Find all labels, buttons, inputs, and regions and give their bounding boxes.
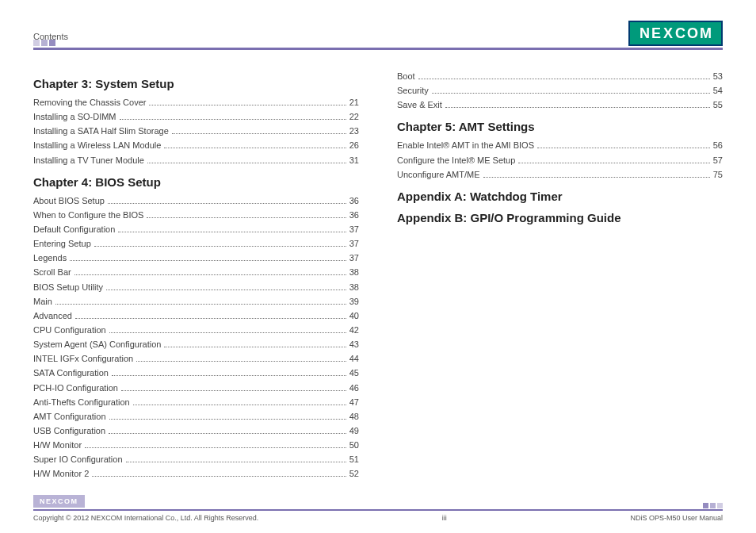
- toc-entry-leader: [164, 148, 346, 148]
- toc-entry[interactable]: Super IO Configuration51: [33, 452, 359, 466]
- toc-entry-leader: [109, 332, 346, 333]
- toc-entry-leader: [164, 347, 346, 347]
- toc-entry[interactable]: H/W Monitor 252: [33, 466, 359, 481]
- toc-entry[interactable]: Boot53: [397, 69, 723, 83]
- header-decor-squares: [33, 40, 55, 46]
- toc-entry[interactable]: Installing a TV Tuner Module31: [33, 153, 359, 167]
- toc-entry-leader: [118, 232, 346, 232]
- toc-entry-label: CPU Configuration: [33, 323, 108, 337]
- toc-entry[interactable]: Installing a Wireless LAN Module26: [33, 138, 359, 152]
- toc-entry[interactable]: Scroll Bar38: [33, 265, 359, 279]
- toc-entry-page: 38: [348, 280, 359, 294]
- toc-entry-leader: [432, 93, 710, 94]
- toc-entry-label: Super IO Configuration: [33, 452, 124, 466]
- toc-entry-label: Boot: [397, 69, 417, 83]
- toc-entry-page: 23: [348, 124, 359, 138]
- toc-entry-leader: [172, 133, 346, 134]
- footer-doc-title: NDiS OPS-M50 User Manual: [630, 514, 723, 522]
- toc-entry[interactable]: USB Configuration49: [33, 424, 359, 438]
- toc-entry-label: USB Configuration: [33, 424, 107, 438]
- toc-chapter-title: Chapter 4: BIOS Setup: [33, 175, 359, 189]
- toc-entry-leader: [149, 105, 346, 105]
- toc-entry[interactable]: Main39: [33, 294, 359, 309]
- footer-divider: [33, 509, 723, 511]
- toc-entry-label: BIOS Setup Utility: [33, 280, 105, 294]
- toc-entry[interactable]: Default Configuration37: [33, 222, 359, 236]
- toc-entry-label: Default Configuration: [33, 222, 116, 236]
- toc-entry[interactable]: CPU Configuration42: [33, 323, 359, 337]
- toc-entry-label: SATA Configuration: [33, 366, 110, 380]
- toc-entry-page: 36: [348, 194, 359, 208]
- footer-copyright: Copyright © 2012 NEXCOM International Co…: [33, 514, 258, 522]
- toc-entry[interactable]: Entering Setup37: [33, 236, 359, 251]
- toc-entry-page: 40: [348, 309, 359, 323]
- toc-entry-page: 53: [712, 69, 723, 83]
- toc-entry-leader: [126, 462, 346, 462]
- toc-entry-leader: [121, 390, 346, 391]
- toc-entry-label: Scroll Bar: [33, 265, 73, 279]
- toc-entry-page: 44: [348, 351, 359, 366]
- toc-entry[interactable]: When to Configure the BIOS36: [33, 208, 359, 222]
- toc-entry[interactable]: Installing a SO-DIMM22: [33, 109, 359, 124]
- toc-entry-page: 57: [712, 153, 723, 167]
- toc-entry-page: 37: [348, 222, 359, 236]
- toc-entry[interactable]: Anti-Thefts Configuration47: [33, 395, 359, 409]
- toc-entry-label: Legends: [33, 251, 68, 265]
- toc-entry[interactable]: About BIOS Setup36: [33, 194, 359, 208]
- toc-entry[interactable]: Advanced40: [33, 309, 359, 323]
- toc-entry-label: Unconfigure AMT/ME: [397, 167, 482, 182]
- toc-entry[interactable]: PCH-IO Configuration46: [33, 381, 359, 395]
- toc-entry-page: 75: [712, 167, 723, 182]
- toc-column-left: Chapter 3: System SetupRemoving the Chas…: [33, 69, 359, 481]
- toc-entry-leader: [418, 79, 710, 79]
- toc-entry-page: 26: [348, 138, 359, 152]
- toc-entry-label: Installing a SATA Half Slim Storage: [33, 124, 170, 138]
- toc-entry-label: H/W Monitor 2: [33, 466, 90, 481]
- toc-column-right: Boot53Security54Save & Exit55Chapter 5: …: [397, 69, 723, 481]
- toc-entry[interactable]: System Agent (SA) Configuration43: [33, 337, 359, 351]
- toc-entry[interactable]: Security54: [397, 83, 723, 98]
- toc-entry-page: 47: [348, 395, 359, 409]
- toc-entry-page: 37: [348, 251, 359, 265]
- toc-entry-page: 37: [348, 236, 359, 251]
- toc-entry-page: 21: [348, 95, 359, 109]
- toc-chapter-title: Appendix A: Watchdog Timer: [397, 190, 723, 203]
- toc-entry[interactable]: H/W Monitor50: [33, 438, 359, 452]
- toc-entry-label: PCH-IO Configuration: [33, 381, 120, 395]
- toc-entry-leader: [112, 375, 346, 376]
- toc-entry-page: 48: [348, 409, 359, 424]
- toc-entry[interactable]: BIOS Setup Utility38: [33, 280, 359, 294]
- footer-logo: NEXCOM: [33, 495, 85, 508]
- toc-entry[interactable]: Unconfigure AMT/ME75: [397, 167, 723, 182]
- toc-entry-label: Enable Intel® AMT in the AMI BIOS: [397, 138, 536, 152]
- toc-entry-leader: [483, 177, 710, 178]
- toc-entry[interactable]: Removing the Chassis Cover21: [33, 95, 359, 109]
- toc-entry[interactable]: AMT Configuration48: [33, 409, 359, 424]
- toc-entry-label: Installing a Wireless LAN Module: [33, 138, 162, 152]
- toc-entry[interactable]: Enable Intel® AMT in the AMI BIOS56: [397, 138, 723, 152]
- toc-entry-leader: [147, 217, 346, 218]
- footer-page-number: iii: [442, 514, 447, 522]
- toc-entry-page: 43: [348, 337, 359, 351]
- toc-entry[interactable]: Legends37: [33, 251, 359, 265]
- toc-entry-leader: [109, 419, 346, 420]
- toc-entry-label: AMT Configuration: [33, 409, 108, 424]
- toc-entry[interactable]: SATA Configuration45: [33, 366, 359, 380]
- toc-entry[interactable]: INTEL IGFx Configuration44: [33, 351, 359, 366]
- toc-entry-label: Security: [397, 83, 430, 98]
- toc-entry-leader: [75, 318, 346, 319]
- toc-entry[interactable]: Save & Exit55: [397, 98, 723, 112]
- toc-entry-leader: [136, 361, 346, 362]
- toc-entry[interactable]: Installing a SATA Half Slim Storage23: [33, 124, 359, 138]
- toc-entry-page: 36: [348, 208, 359, 222]
- toc-entry-leader: [94, 246, 346, 247]
- logo-text-left: NE: [640, 25, 662, 42]
- toc-entry-leader: [108, 203, 346, 204]
- toc-entry-leader: [133, 405, 346, 405]
- toc-entry-leader: [106, 290, 346, 290]
- toc-entry[interactable]: Configure the Intel® ME Setup57: [397, 153, 723, 167]
- toc-entry-page: 38: [348, 265, 359, 279]
- toc-entry-leader: [55, 304, 346, 305]
- toc-entry-label: Advanced: [33, 309, 74, 323]
- toc-entry-page: 51: [348, 452, 359, 466]
